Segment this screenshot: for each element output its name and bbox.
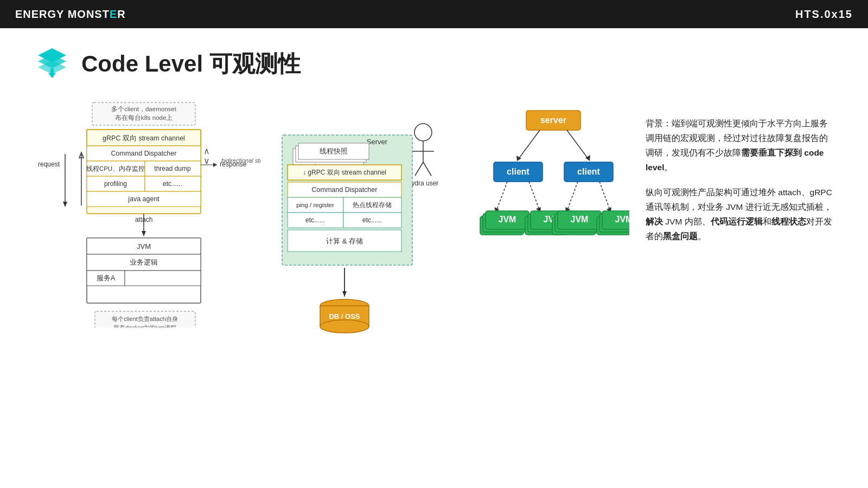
paragraph-1: 背景：端到端可观测性更倾向于水平方向上服务调用链的宏观观测，经过对过往故障复盘报… xyxy=(646,116,835,175)
bold-2: 解决 xyxy=(646,217,663,226)
svg-line-90 xyxy=(567,130,589,159)
svg-text:java agent: java agent xyxy=(127,195,159,203)
paragraph-2: 纵向可观测性产品架构可通过堆外 attach、gRPC 通讯等机制，对业务 JV… xyxy=(646,185,835,244)
svg-text:JVM: JVM xyxy=(499,215,516,224)
title-row: Code Level 可观测性 xyxy=(33,44,835,84)
svg-text:client: client xyxy=(577,167,600,176)
svg-text:Command Dispatcher: Command Dispatcher xyxy=(111,150,177,157)
svg-text:etc......: etc...... xyxy=(305,216,325,224)
slide-code: HTS.0x15 xyxy=(795,8,853,21)
svg-text:多个client，daemonset: 多个client，daemonset xyxy=(111,106,177,112)
header: ENERGY MONSTER HTS.0x15 xyxy=(0,0,868,28)
right-tree-diagram: server client client xyxy=(477,100,629,286)
svg-text:profiling: profiling xyxy=(104,180,127,188)
svg-point-84 xyxy=(320,320,369,333)
svg-line-88 xyxy=(518,130,540,159)
left-diagram: 多个client，daemonset 布在每台k8s node上 gRPC 双向… xyxy=(33,100,260,330)
svg-line-100 xyxy=(567,182,578,211)
svg-line-102 xyxy=(599,182,610,211)
svg-text:每个client负责attach自身: 每个client负责attach自身 xyxy=(112,316,178,322)
svg-marker-35 xyxy=(142,231,146,236)
svg-text:JVM: JVM xyxy=(137,242,151,251)
bold-1: 需要垂直下探到 code level xyxy=(646,148,824,172)
svg-text:∧: ∧ xyxy=(203,146,210,156)
svg-marker-27 xyxy=(63,202,67,207)
svg-text:↓ gRPC 双向 stream channel: ↓ gRPC 双向 stream channel xyxy=(303,169,386,176)
svg-text:布在每台k8s node上: 布在每台k8s node上 xyxy=(115,114,173,121)
svg-text:request: request xyxy=(38,160,60,168)
svg-line-98 xyxy=(529,182,540,211)
svg-text:∨: ∨ xyxy=(203,156,210,165)
svg-text:DB / OSS: DB / OSS xyxy=(329,312,360,320)
diagram-row: 多个client，daemonset 布在每台k8s node上 gRPC 双向… xyxy=(33,100,835,373)
svg-text:ping / register: ping / register xyxy=(296,202,334,208)
left-diagram-svg: 多个client，daemonset 布在每台k8s node上 gRPC 双向… xyxy=(33,100,260,328)
svg-line-51 xyxy=(415,162,423,176)
main-content: Code Level 可观测性 多个client，daemonset 布在每台k… xyxy=(0,28,868,384)
svg-marker-32 xyxy=(213,163,217,167)
svg-text:server: server xyxy=(540,115,566,125)
svg-text:热点线程存储: 热点线程存储 xyxy=(353,202,392,208)
svg-text:bidirectional streaming RPC →: bidirectional streaming RPC → xyxy=(221,157,260,164)
logo-accent: E xyxy=(110,8,117,20)
svg-text:所有docker中的jvm进程: 所有docker中的jvm进程 xyxy=(113,324,176,328)
svg-text:thread dump: thread dump xyxy=(154,165,191,172)
svg-text:gRPC 双向 stream channel: gRPC 双向 stream channel xyxy=(103,134,185,142)
text-block: 背景：端到端可观测性更倾向于水平方向上服务调用链的宏观观测，经过对过往故障复盘报… xyxy=(646,100,835,253)
svg-text:业务逻辑: 业务逻辑 xyxy=(130,258,158,266)
right-tree-svg: server client client xyxy=(477,100,629,284)
svg-text:JVM: JVM xyxy=(571,215,589,224)
svg-text:etc......: etc...... xyxy=(362,216,382,224)
bold-5: 黑盒问题 xyxy=(663,232,698,241)
svg-point-48 xyxy=(414,124,432,141)
svg-text:线程快照: 线程快照 xyxy=(320,147,348,155)
svg-text:计算 & 存储: 计算 & 存储 xyxy=(326,237,363,245)
svg-text:Server: Server xyxy=(367,138,388,146)
svg-line-96 xyxy=(496,182,507,211)
svg-rect-43 xyxy=(125,271,201,286)
logo: ENERGY MONSTER xyxy=(15,8,126,21)
page-title: Code Level 可观测性 xyxy=(81,49,301,79)
bold-4: 线程状态 xyxy=(771,217,806,226)
svg-text:Command Dispatcher: Command Dispatcher xyxy=(312,186,378,194)
svg-text:client: client xyxy=(507,167,529,176)
center-diagram: hydra user Server 线程快照 ↓ ↓ gRPC 双向 strea… xyxy=(277,100,461,373)
layers-icon xyxy=(33,44,72,84)
svg-text:线程CPU、内存监控: 线程CPU、内存监控 xyxy=(86,165,145,172)
svg-text:服务A: 服务A xyxy=(97,274,116,282)
svg-rect-4 xyxy=(50,68,54,74)
svg-line-52 xyxy=(423,162,431,176)
bold-3: 代码运行逻辑 xyxy=(711,217,763,226)
center-diagram-svg: hydra user Server 线程快照 ↓ ↓ gRPC 双向 strea… xyxy=(277,100,472,371)
svg-marker-3 xyxy=(48,73,56,78)
svg-text:etc......: etc...... xyxy=(163,180,182,188)
svg-text:JVM: JVM xyxy=(615,215,629,224)
